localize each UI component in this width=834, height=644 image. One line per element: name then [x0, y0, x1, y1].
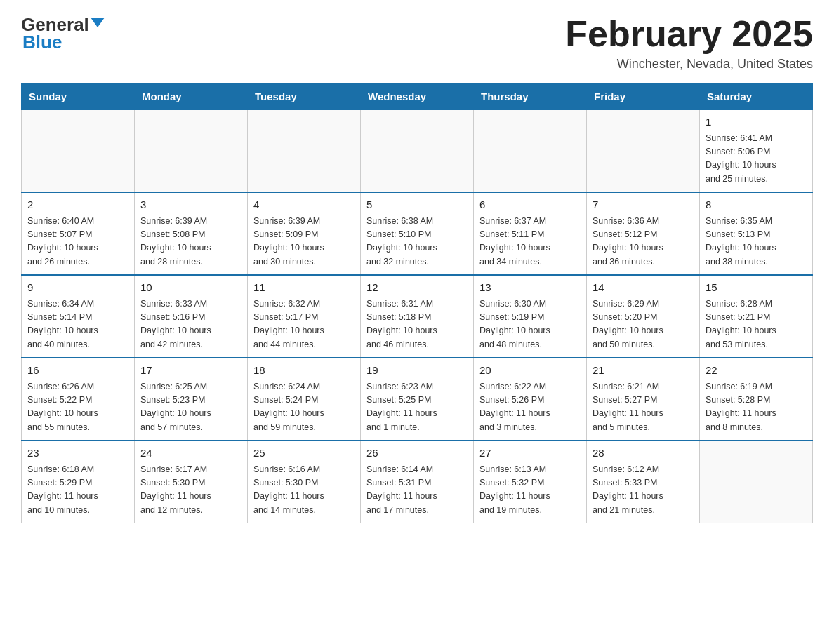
day-info: Sunrise: 6:18 AM Sunset: 5:29 PM Dayligh… [27, 463, 128, 518]
month-title: February 2025 [565, 14, 813, 54]
calendar-cell: 26Sunrise: 6:14 AM Sunset: 5:31 PM Dayli… [361, 441, 474, 523]
day-number: 5 [366, 197, 468, 213]
day-info: Sunrise: 6:12 AM Sunset: 5:33 PM Dayligh… [593, 463, 694, 518]
calendar-cell: 25Sunrise: 6:16 AM Sunset: 5:30 PM Dayli… [248, 441, 361, 523]
day-number: 25 [253, 445, 355, 462]
header-thursday: Thursday [474, 83, 587, 110]
day-info: Sunrise: 6:33 AM Sunset: 5:16 PM Dayligh… [140, 297, 241, 352]
day-number: 16 [27, 363, 128, 379]
calendar-cell [587, 110, 700, 193]
title-area: February 2025 Winchester, Nevada, United… [565, 14, 813, 72]
calendar-cell: 4Sunrise: 6:39 AM Sunset: 5:09 PM Daylig… [248, 192, 361, 275]
day-number: 15 [706, 280, 807, 296]
day-info: Sunrise: 6:41 AM Sunset: 5:06 PM Dayligh… [706, 132, 807, 187]
day-number: 19 [366, 363, 468, 379]
calendar-cell: 15Sunrise: 6:28 AM Sunset: 5:21 PM Dayli… [700, 275, 813, 358]
day-info: Sunrise: 6:13 AM Sunset: 5:32 PM Dayligh… [479, 463, 581, 518]
calendar-cell: 21Sunrise: 6:21 AM Sunset: 5:27 PM Dayli… [587, 358, 700, 441]
header-wednesday: Wednesday [361, 83, 474, 110]
day-number: 18 [253, 363, 355, 379]
day-info: Sunrise: 6:14 AM Sunset: 5:31 PM Dayligh… [366, 463, 468, 518]
calendar-cell: 13Sunrise: 6:30 AM Sunset: 5:19 PM Dayli… [474, 275, 587, 358]
day-info: Sunrise: 6:17 AM Sunset: 5:30 PM Dayligh… [140, 463, 241, 518]
day-info: Sunrise: 6:39 AM Sunset: 5:08 PM Dayligh… [140, 215, 241, 269]
calendar-cell [22, 110, 135, 193]
day-number: 9 [27, 280, 128, 296]
calendar-cell: 9Sunrise: 6:34 AM Sunset: 5:14 PM Daylig… [22, 275, 135, 358]
day-info: Sunrise: 6:28 AM Sunset: 5:21 PM Dayligh… [706, 297, 807, 352]
day-number: 24 [140, 445, 241, 462]
calendar-cell: 17Sunrise: 6:25 AM Sunset: 5:23 PM Dayli… [135, 358, 248, 441]
calendar-cell: 11Sunrise: 6:32 AM Sunset: 5:17 PM Dayli… [248, 275, 361, 358]
calendar-table: Sunday Monday Tuesday Wednesday Thursday… [21, 83, 813, 523]
calendar-week-row: 9Sunrise: 6:34 AM Sunset: 5:14 PM Daylig… [22, 275, 813, 358]
calendar-cell: 18Sunrise: 6:24 AM Sunset: 5:24 PM Dayli… [248, 358, 361, 441]
calendar-cell: 19Sunrise: 6:23 AM Sunset: 5:25 PM Dayli… [361, 358, 474, 441]
day-number: 17 [140, 363, 241, 379]
calendar-cell [135, 110, 248, 193]
calendar-week-row: 23Sunrise: 6:18 AM Sunset: 5:29 PM Dayli… [22, 441, 813, 523]
day-number: 6 [479, 197, 581, 213]
calendar-cell: 23Sunrise: 6:18 AM Sunset: 5:29 PM Dayli… [22, 441, 135, 523]
day-info: Sunrise: 6:40 AM Sunset: 5:07 PM Dayligh… [27, 215, 128, 269]
day-info: Sunrise: 6:32 AM Sunset: 5:17 PM Dayligh… [253, 297, 355, 352]
calendar-cell: 1Sunrise: 6:41 AM Sunset: 5:06 PM Daylig… [700, 110, 813, 193]
day-info: Sunrise: 6:24 AM Sunset: 5:24 PM Dayligh… [253, 380, 355, 435]
calendar-cell [248, 110, 361, 193]
day-info: Sunrise: 6:36 AM Sunset: 5:12 PM Dayligh… [593, 215, 694, 269]
calendar-week-row: 16Sunrise: 6:26 AM Sunset: 5:22 PM Dayli… [22, 358, 813, 441]
day-number: 10 [140, 280, 241, 296]
calendar-cell: 22Sunrise: 6:19 AM Sunset: 5:28 PM Dayli… [700, 358, 813, 441]
day-number: 28 [593, 445, 694, 462]
day-info: Sunrise: 6:25 AM Sunset: 5:23 PM Dayligh… [140, 380, 241, 435]
day-number: 1 [706, 114, 807, 130]
page-header: General Blue February 2025 Winchester, N… [21, 14, 813, 72]
calendar-cell: 24Sunrise: 6:17 AM Sunset: 5:30 PM Dayli… [135, 441, 248, 523]
day-info: Sunrise: 6:34 AM Sunset: 5:14 PM Dayligh… [27, 297, 128, 352]
calendar-week-row: 2Sunrise: 6:40 AM Sunset: 5:07 PM Daylig… [22, 192, 813, 275]
calendar-cell [474, 110, 587, 193]
day-number: 2 [27, 197, 128, 213]
logo: General Blue [21, 14, 105, 53]
calendar-cell [700, 441, 813, 523]
day-number: 22 [706, 363, 807, 379]
day-info: Sunrise: 6:35 AM Sunset: 5:13 PM Dayligh… [706, 215, 807, 269]
day-info: Sunrise: 6:22 AM Sunset: 5:26 PM Dayligh… [479, 380, 581, 435]
day-number: 21 [593, 363, 694, 379]
calendar-cell: 20Sunrise: 6:22 AM Sunset: 5:26 PM Dayli… [474, 358, 587, 441]
day-info: Sunrise: 6:29 AM Sunset: 5:20 PM Dayligh… [593, 297, 694, 352]
day-info: Sunrise: 6:37 AM Sunset: 5:11 PM Dayligh… [479, 215, 581, 269]
logo-triangle-icon [91, 18, 105, 27]
calendar-header-row: Sunday Monday Tuesday Wednesday Thursday… [22, 83, 813, 110]
day-number: 26 [366, 445, 468, 462]
calendar-cell: 5Sunrise: 6:38 AM Sunset: 5:10 PM Daylig… [361, 192, 474, 275]
day-number: 8 [706, 197, 807, 213]
day-number: 4 [253, 197, 355, 213]
calendar-cell: 27Sunrise: 6:13 AM Sunset: 5:32 PM Dayli… [474, 441, 587, 523]
day-info: Sunrise: 6:19 AM Sunset: 5:28 PM Dayligh… [706, 380, 807, 435]
logo-blue: Blue [22, 32, 62, 53]
calendar-cell [361, 110, 474, 193]
day-number: 7 [593, 197, 694, 213]
header-saturday: Saturday [700, 83, 813, 110]
location-subtitle: Winchester, Nevada, United States [565, 57, 813, 72]
calendar-cell: 16Sunrise: 6:26 AM Sunset: 5:22 PM Dayli… [22, 358, 135, 441]
day-info: Sunrise: 6:39 AM Sunset: 5:09 PM Dayligh… [253, 215, 355, 269]
day-info: Sunrise: 6:23 AM Sunset: 5:25 PM Dayligh… [366, 380, 468, 435]
header-monday: Monday [135, 83, 248, 110]
calendar-cell: 3Sunrise: 6:39 AM Sunset: 5:08 PM Daylig… [135, 192, 248, 275]
day-info: Sunrise: 6:31 AM Sunset: 5:18 PM Dayligh… [366, 297, 468, 352]
day-info: Sunrise: 6:21 AM Sunset: 5:27 PM Dayligh… [593, 380, 694, 435]
calendar-cell: 8Sunrise: 6:35 AM Sunset: 5:13 PM Daylig… [700, 192, 813, 275]
calendar-cell: 14Sunrise: 6:29 AM Sunset: 5:20 PM Dayli… [587, 275, 700, 358]
calendar-cell: 6Sunrise: 6:37 AM Sunset: 5:11 PM Daylig… [474, 192, 587, 275]
day-number: 12 [366, 280, 468, 296]
header-tuesday: Tuesday [248, 83, 361, 110]
day-number: 27 [479, 445, 581, 462]
day-number: 23 [27, 445, 128, 462]
day-number: 14 [593, 280, 694, 296]
calendar-cell: 7Sunrise: 6:36 AM Sunset: 5:12 PM Daylig… [587, 192, 700, 275]
day-info: Sunrise: 6:16 AM Sunset: 5:30 PM Dayligh… [253, 463, 355, 518]
day-number: 20 [479, 363, 581, 379]
calendar-cell: 10Sunrise: 6:33 AM Sunset: 5:16 PM Dayli… [135, 275, 248, 358]
